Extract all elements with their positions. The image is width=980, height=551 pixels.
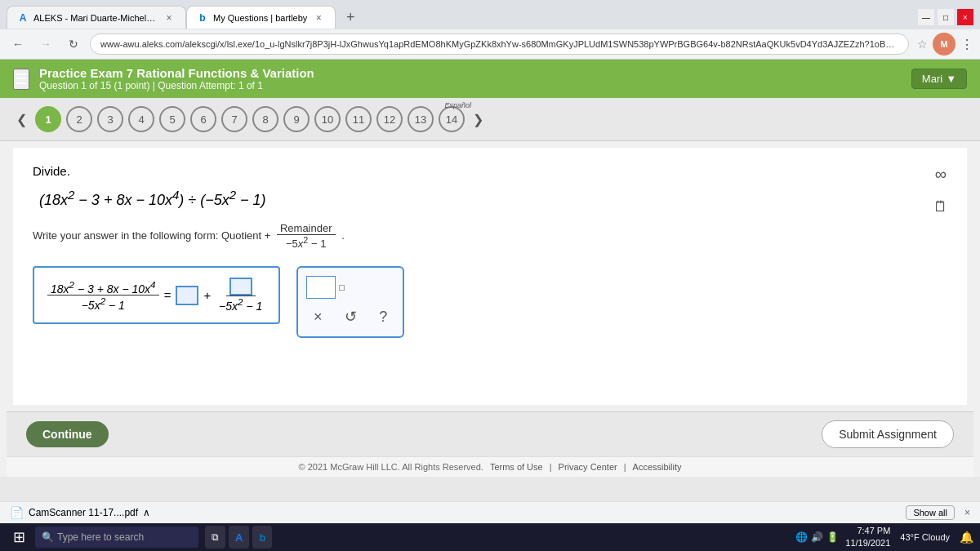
footer-terms-link[interactable]: Terms of Use xyxy=(490,462,543,472)
continue-button[interactable]: Continue xyxy=(26,421,109,447)
question-number-3[interactable]: 3 xyxy=(97,106,123,132)
tab-close-aleks[interactable]: × xyxy=(163,11,176,24)
infinity-tool-button[interactable]: ∞ xyxy=(928,161,954,187)
plus-sign: + xyxy=(203,288,211,302)
question-number-7[interactable]: 7 xyxy=(221,106,247,132)
user-name: Mari xyxy=(922,73,942,85)
period: . xyxy=(341,229,345,242)
address-bar[interactable]: www-awu.aleks.com/alekscgi/x/lsl.exe/1o_… xyxy=(90,33,909,55)
rhs-fraction: −5x2 − 1 xyxy=(216,278,265,313)
bookmark-icon[interactable]: ☆ xyxy=(917,38,928,51)
espanol-label: Español xyxy=(444,101,471,109)
question-number-8[interactable]: 8 xyxy=(252,106,278,132)
bartleby-app-icon: b xyxy=(259,531,265,544)
answer-section: 18x2 − 3 + 8x − 10x4 −5x2 − 1 = + −5 xyxy=(33,266,947,338)
math-expression: (18x2 − 3 + 8x − 10x4) ÷ (−5x2 − 1) xyxy=(39,188,947,209)
lhs-denominator: −5x2 − 1 xyxy=(78,295,128,312)
download-filename: CamScanner 11-17....pdf xyxy=(29,507,138,518)
refresh-button[interactable]: ↻ xyxy=(62,33,85,56)
taskbar-search-box[interactable]: 🔍 xyxy=(35,527,198,548)
taskbar-aleks-app[interactable]: A xyxy=(229,526,249,549)
quotient-input[interactable] xyxy=(176,286,198,305)
clock-date: 11/19/2021 xyxy=(845,537,890,549)
nav-arrow-right[interactable]: ❯ xyxy=(470,112,487,127)
tab-aleks[interactable]: A ALEKS - Mari Duarte-Michel - Pr... × xyxy=(7,6,186,29)
question-number-1[interactable]: 1 xyxy=(35,106,61,132)
close-button[interactable]: × xyxy=(957,9,973,25)
tools-sidebar: ∞ 🗒 xyxy=(928,161,954,220)
volume-icon: 🔊 xyxy=(811,531,823,543)
remainder-numerator: Remainder xyxy=(277,222,336,235)
keypad-exponent-display: □ xyxy=(339,282,345,292)
show-all-button[interactable]: Show all xyxy=(906,505,955,520)
equation-row: 18x2 − 3 + 8x − 10x4 −5x2 − 1 = + −5 xyxy=(47,278,265,313)
user-dropdown-icon: ▼ xyxy=(946,73,956,85)
keypad-help-button[interactable]: ? xyxy=(372,305,394,328)
aleks-header: ☰ Practice Exam 7 Rational Functions & V… xyxy=(0,60,980,98)
header-subtitle: Question 1 of 15 (1 point) | Question At… xyxy=(39,80,902,91)
tab-bar: A ALEKS - Mari Duarte-Michel - Pr... × b… xyxy=(0,0,980,29)
question-number-14[interactable]: 14 Español xyxy=(439,106,465,132)
minimize-button[interactable]: — xyxy=(918,9,934,25)
lhs-numerator: 18x2 − 3 + 8x − 10x4 xyxy=(47,279,159,296)
keypad-clear-button[interactable]: × xyxy=(306,305,329,328)
download-chevron[interactable]: ∧ xyxy=(143,507,150,518)
write-answer-label: Write your answer in the following form:… xyxy=(33,229,270,242)
tray-clock[interactable]: 7:47 PM 11/19/2021 xyxy=(845,525,890,550)
question-number-12[interactable]: 12 xyxy=(376,106,403,132)
start-button[interactable]: ⊞ xyxy=(7,525,32,549)
aleks-app-icon: A xyxy=(235,531,243,544)
question-nav: ❮ 1 2 3 4 5 6 7 8 9 10 11 12 13 14 Españ… xyxy=(0,98,980,141)
address-bar-row: ← → ↻ www-awu.aleks.com/alekscgi/x/lsl.e… xyxy=(0,29,980,59)
taskbar-bartleby-app[interactable]: b xyxy=(252,526,272,549)
question-number-9[interactable]: 9 xyxy=(283,106,310,132)
forward-button[interactable]: → xyxy=(34,33,57,56)
hamburger-menu-button[interactable]: ☰ xyxy=(13,69,29,90)
taskbar-taskview-button[interactable]: ⧉ xyxy=(205,526,225,549)
footer-accessibility-link[interactable]: Accessibility xyxy=(633,462,682,472)
question-number-5[interactable]: 5 xyxy=(159,106,185,132)
question-number-10[interactable]: 10 xyxy=(314,106,341,132)
question-number-13[interactable]: 13 xyxy=(408,106,434,132)
profile-button[interactable]: M xyxy=(933,33,956,56)
content-area: ∞ 🗒 Divide. (18x2 − 3 + 8x − 10x4) ÷ (−5… xyxy=(13,148,967,405)
tab-favicon-bartleby: b xyxy=(197,12,208,24)
keypad-undo-button[interactable]: ↺ xyxy=(339,305,362,328)
footer-privacy-link[interactable]: Privacy Center xyxy=(559,462,617,472)
remainder-input[interactable] xyxy=(229,278,252,295)
clock-time: 7:47 PM xyxy=(845,525,890,537)
user-dropdown-button[interactable]: Mari ▼ xyxy=(911,69,967,89)
footer: © 2021 McGraw Hill LLC. All Rights Reser… xyxy=(7,456,973,477)
nav-arrow-left[interactable]: ❮ xyxy=(13,112,30,127)
tab-bartleby[interactable]: b My Questions | bartleby × xyxy=(186,6,336,29)
question-number-2[interactable]: 2 xyxy=(66,106,92,132)
tab-close-bartleby[interactable]: × xyxy=(312,11,325,24)
instructions: Write your answer in the following form:… xyxy=(33,222,947,250)
keypad-display: □ xyxy=(306,276,394,299)
close-download-button[interactable]: × xyxy=(964,507,970,518)
notes-tool-button[interactable]: 🗒 xyxy=(928,193,954,220)
main-content: ☰ Practice Exam 7 Rational Functions & V… xyxy=(0,60,980,477)
maximize-button[interactable]: □ xyxy=(938,9,954,25)
taskbar-search-input[interactable] xyxy=(57,531,180,543)
submit-assignment-button[interactable]: Submit Assignment xyxy=(822,420,954,448)
question-number-6[interactable]: 6 xyxy=(190,106,216,132)
taskbar-tray: 🌐 🔊 🔋 7:47 PM 11/19/2021 43°F Cloudy 🔔 xyxy=(795,525,973,550)
keypad-main-input[interactable] xyxy=(306,276,336,299)
address-text: www-awu.aleks.com/alekscgi/x/lsl.exe/1o_… xyxy=(100,39,898,49)
problem-instruction: Divide. xyxy=(33,164,947,178)
taskview-icon: ⧉ xyxy=(212,531,219,543)
back-button[interactable]: ← xyxy=(7,33,29,56)
question-number-4[interactable]: 4 xyxy=(128,106,154,132)
footer-separator-2: | xyxy=(624,462,626,472)
bottom-bar: Continue Submit Assignment xyxy=(7,411,973,456)
header-title: Practice Exam 7 Rational Functions & Var… xyxy=(39,66,902,80)
tab-title-bartleby: My Questions | bartleby xyxy=(213,13,307,23)
question-number-11[interactable]: 11 xyxy=(345,106,372,132)
tray-icons: 🌐 🔊 🔋 xyxy=(795,531,839,543)
remainder-denominator: −5x2 − 1 xyxy=(283,235,329,250)
new-tab-button[interactable]: + xyxy=(339,6,362,29)
notification-icon[interactable]: 🔔 xyxy=(960,531,973,544)
download-bar: 📄 CamScanner 11-17....pdf ∧ Show all × xyxy=(0,501,980,523)
browser-menu-button[interactable]: ⋮ xyxy=(960,37,973,52)
